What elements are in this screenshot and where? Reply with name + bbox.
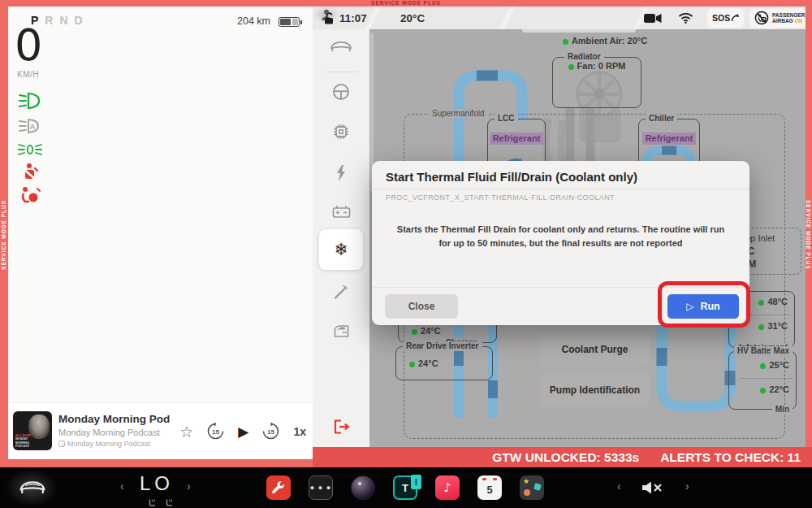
hvac-temp-up[interactable]: › [187, 480, 191, 493]
infotainment-temp-high: 48°C [758, 297, 788, 306]
sidebar-tab-firmware[interactable] [313, 122, 369, 145]
parking-lights-icon [18, 140, 42, 159]
hv-battery-temp-max: 25°C [760, 360, 789, 370]
steering-wheel-icon [332, 83, 350, 101]
run-button-highlight-annotation [658, 281, 750, 328]
alerts-to-check-status: ALERTS TO CHECK: 11 [660, 450, 801, 465]
volume-down[interactable]: ‹ [617, 480, 621, 493]
hv-battery-box: HV Battery Max 25°C 22°C Min [728, 351, 797, 410]
lens-highlight [358, 482, 361, 485]
music-note-icon: ♪ [443, 482, 451, 494]
logout-icon [331, 418, 351, 436]
mute-icon[interactable] [641, 480, 664, 495]
service-mode-left-stripe: SERVICE MODE PLUS [1, 200, 6, 270]
sos-button[interactable]: SOS [707, 8, 744, 28]
outside-temp[interactable]: 20°C [400, 7, 425, 29]
passenger-airbag-status: PASSENGER AIRBAG ON [749, 8, 806, 28]
battery-icon [279, 17, 300, 27]
airbag-state: ON [794, 18, 802, 24]
snowflake-icon: ❄ [334, 241, 348, 258]
battery-12v-icon [331, 203, 352, 219]
sidebar-tab-high-voltage[interactable] [313, 164, 369, 185]
lcc-label: LCC [495, 114, 518, 124]
service-mode-right-stripe: SERVICE MODE PLUS [806, 200, 811, 270]
seatbelt-warning-icon [18, 163, 42, 182]
toybox-square [533, 483, 542, 491]
speed-unit: KM/H [17, 70, 39, 79]
chip-icon [331, 122, 351, 141]
cluster-panel: P R N D 204 km 0 KM/H A [8, 7, 313, 459]
sidebar-tab-thermal-selected[interactable]: ❄ [319, 229, 363, 270]
favorite-button[interactable]: ☆ [179, 423, 193, 441]
sidebar-exit-service[interactable] [313, 418, 369, 439]
forward-15-button[interactable]: 15 [261, 422, 280, 441]
hvac-temp-display[interactable]: LO [140, 472, 174, 495]
tesla-service-screen: SERVICE MODE PLUS SERVICE MODE PLUS SERV… [0, 0, 812, 508]
more-apps-button[interactable]: ● ● ● [309, 475, 333, 500]
hv-battery-min-label: Min [772, 405, 793, 415]
service-app-button[interactable] [266, 475, 291, 500]
gear-r: R [45, 14, 53, 27]
infotainment-temp-low: 31°C [758, 321, 788, 331]
car-icon [18, 479, 47, 495]
play-button[interactable]: ▶ [238, 423, 248, 440]
chiller-label: Chiller [646, 114, 677, 124]
calendar-app-button[interactable]: 5 [477, 475, 502, 500]
svg-text:A: A [30, 123, 36, 131]
toybox-app-button[interactable]: ★ [520, 475, 544, 500]
music-app-button[interactable]: ♪ [435, 475, 460, 500]
auto-high-beam-icon: A [18, 116, 42, 136]
lightning-icon [333, 164, 349, 182]
podcast-album-art[interactable]: BILL BURR MONDAY MORNING PODCAST [13, 411, 52, 450]
pump-identification-button[interactable]: Pump Identification [540, 373, 650, 406]
unlock-icon[interactable] [323, 7, 335, 29]
charger-temp: 24°C [412, 326, 441, 336]
seat-heater-right-icon [165, 498, 174, 507]
service-alert-banner: GTW UNLOCKED: 5333s ALERTS TO CHECK: 11 [313, 447, 812, 467]
track-source: Monday Morning Podcast [58, 440, 150, 448]
volume-up[interactable]: › [685, 480, 689, 493]
sidebar-tab-low-voltage[interactable] [313, 203, 369, 223]
seat-heater-indicators[interactable] [148, 498, 174, 507]
battery-remainder [292, 19, 298, 25]
rewind-15-button[interactable]: 15 [206, 422, 225, 441]
hv-battery-temp-min: 22°C [760, 384, 789, 394]
hvac-temp-down[interactable]: ‹ [120, 480, 124, 493]
podcast-source-icon [58, 441, 65, 447]
airbag-warning-icon [18, 185, 42, 205]
fan-rpm-readout: Fan: 0 RPM [553, 61, 641, 71]
tidal-app-button[interactable]: T I [393, 475, 417, 500]
coolant-purge-button[interactable]: Coolant Purge [540, 333, 650, 366]
sidebar-tab-chassis[interactable] [313, 83, 369, 104]
vehicle-controls-button[interactable] [18, 479, 47, 498]
sidebar-tab-vehicle[interactable] [313, 39, 369, 56]
track-title: Monday Morning Pod [58, 413, 182, 425]
sidebar-tab-closures[interactable] [313, 322, 369, 342]
media-player: BILL BURR MONDAY MORNING PODCAST Monday … [8, 402, 313, 459]
range-readout: 204 km [237, 15, 270, 27]
tidal-badge: I [411, 475, 421, 489]
sidebar-tab-probe[interactable] [313, 283, 369, 304]
camera-app-button[interactable] [351, 475, 375, 500]
radiator-top-trim [522, 29, 636, 33]
dashcam-icon[interactable] [644, 7, 663, 29]
low-beam-icon [18, 91, 42, 111]
rear-drive-inverter-box: Rear Drive Inverter 24°C [395, 346, 493, 380]
playback-speed-button[interactable]: 1x [293, 425, 306, 438]
wifi-icon[interactable] [678, 7, 693, 29]
status-bar: 11:07 20°C [313, 7, 806, 29]
procedure-id: PROC_VCFRONT_X_START-THERMAL-FILL-DRAIN-… [386, 193, 615, 202]
track-artist: Monday Morning Podcast [58, 428, 160, 437]
lcc-refrigerant-chip: Refrigerant [490, 132, 544, 145]
door-icon [332, 322, 351, 339]
chiller-refrigerant-chip: Refrigerant [642, 132, 697, 145]
rear-drive-inverter-label: Rear Drive Inverter [403, 341, 482, 351]
gear-d: D [75, 14, 83, 27]
rear-drive-inverter-temp: 24°C [409, 358, 438, 368]
clock: 11:07 [339, 7, 367, 29]
close-button[interactable]: Close [385, 294, 458, 319]
passenger-airbag-label: PASSENGER AIRBAG ON [772, 12, 805, 24]
radiator-box: Radiator Fan: 0 RPM [552, 57, 641, 108]
gear-n: N [59, 14, 67, 27]
status-dot-green [563, 39, 568, 45]
